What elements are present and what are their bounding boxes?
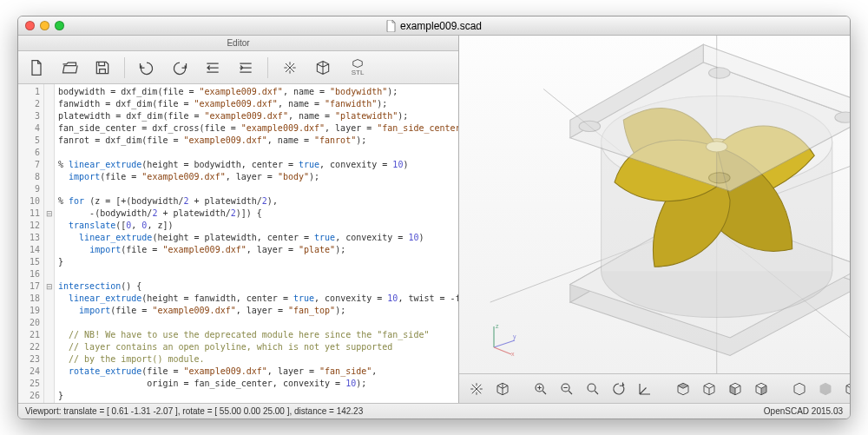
open-file-button[interactable] xyxy=(56,56,82,80)
editor-pane: Editor xyxy=(18,36,459,403)
view-diagonal-button[interactable] xyxy=(839,378,850,400)
titlebar: example009.scad xyxy=(18,16,850,36)
export-stl-button[interactable]: STL xyxy=(343,56,372,80)
viewer-toolbar xyxy=(459,373,850,403)
unindent-button[interactable] xyxy=(200,56,226,80)
view-left-button[interactable] xyxy=(723,378,747,400)
render-button[interactable] xyxy=(310,56,336,80)
svg-line-13 xyxy=(494,340,515,347)
code-editor[interactable]: 1234567891011121314151617181920212223242… xyxy=(18,84,458,403)
view-top-button[interactable] xyxy=(671,378,695,400)
viewer-preview-button[interactable] xyxy=(464,378,489,400)
window-title: example009.scad xyxy=(400,20,482,32)
preview-button[interactable] xyxy=(277,56,303,80)
code-text[interactable]: bodywidth = dxf_dim(file = "example009.d… xyxy=(55,84,458,403)
document-icon xyxy=(386,20,397,32)
svg-line-15 xyxy=(494,347,511,354)
svg-point-8 xyxy=(708,68,730,78)
svg-point-9 xyxy=(835,112,850,122)
svg-point-7 xyxy=(579,121,601,131)
viewport-status: Viewport: translate = [ 0.61 -1.31 -2.07… xyxy=(25,406,363,416)
statusbar: Viewport: translate = [ 0.61 -1.31 -2.07… xyxy=(18,403,850,419)
view-back-button[interactable] xyxy=(813,378,838,400)
svg-point-19 xyxy=(588,384,595,392)
zoom-in-button[interactable] xyxy=(529,378,553,400)
zoom-window-button[interactable] xyxy=(55,21,64,30)
app-version: OpenSCAD 2015.03 xyxy=(764,406,843,416)
line-number-gutter: 1234567891011121314151617181920212223242… xyxy=(18,84,44,403)
fold-gutter[interactable]: ⊟⊟ xyxy=(44,84,55,403)
svg-text:x: x xyxy=(511,351,515,356)
viewer-pane: z y x xyxy=(459,36,850,403)
svg-text:z: z xyxy=(496,323,499,329)
svg-text:y: y xyxy=(513,333,516,340)
viewer-render-button[interactable] xyxy=(490,378,515,400)
app-window: example009.scad Editor xyxy=(17,16,851,419)
close-window-button[interactable] xyxy=(25,21,35,30)
axes-indicator: z y x xyxy=(485,321,520,356)
reset-view-button[interactable] xyxy=(581,378,605,400)
indent-button[interactable] xyxy=(233,56,259,80)
show-axes-button[interactable] xyxy=(633,378,657,400)
view-all-button[interactable] xyxy=(607,378,631,400)
editor-header: Editor xyxy=(18,36,458,51)
view-bottom-button[interactable] xyxy=(697,378,721,400)
viewer-canvas[interactable]: z y x xyxy=(459,36,850,373)
zoom-out-button[interactable] xyxy=(555,378,579,400)
minimize-window-button[interactable] xyxy=(40,21,49,30)
svg-point-10 xyxy=(708,173,730,183)
editor-toolbar: STL xyxy=(18,51,458,84)
view-front-button[interactable] xyxy=(787,378,812,400)
redo-button[interactable] xyxy=(167,56,193,80)
stl-label: STL xyxy=(352,69,365,76)
new-file-button[interactable] xyxy=(23,56,49,80)
save-file-button[interactable] xyxy=(89,56,115,80)
undo-button[interactable] xyxy=(134,56,160,80)
view-right-button[interactable] xyxy=(749,378,773,400)
